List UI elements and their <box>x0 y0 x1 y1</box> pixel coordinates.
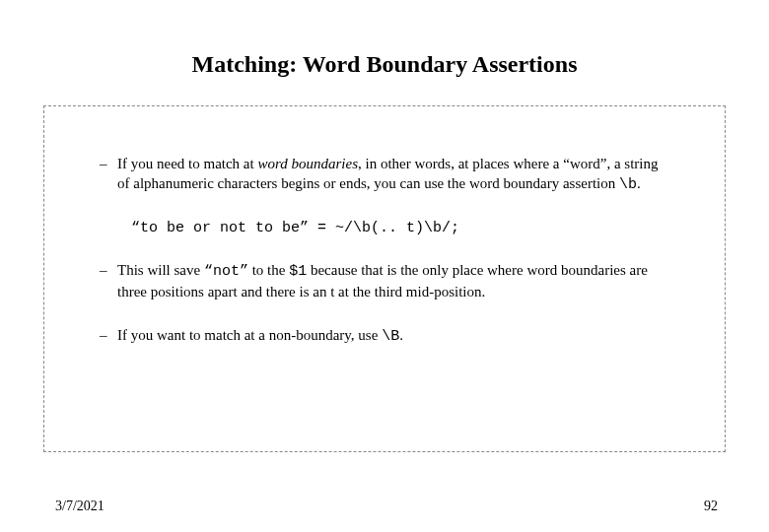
bullet-text-3: If you want to match at a non-boundary, … <box>117 325 665 347</box>
bullet-item-2: – This will save “not” to the $1 because… <box>104 260 665 302</box>
footer: 3/7/2021 92 <box>0 499 769 514</box>
b2-mid1: to the <box>248 262 289 278</box>
b2-pre: This will save <box>117 262 204 278</box>
b1-italic: word boundaries <box>257 156 358 171</box>
bullet-item-3: – If you want to match at a non-boundary… <box>104 325 665 347</box>
code-example: “to be or not to be” = ~/\b(.. t)\b/; <box>131 220 665 236</box>
bullet-text-2: This will save “not” to the $1 because t… <box>117 260 665 302</box>
slide-title: Matching: Word Boundary Assertions <box>0 51 769 78</box>
footer-page: 92 <box>704 499 718 514</box>
bullet-dash: – <box>100 260 117 280</box>
bullet-dash: – <box>100 154 117 173</box>
content-box: – If you need to match at word boundarie… <box>43 105 726 452</box>
b1-pre: If you need to match at <box>117 156 257 171</box>
b2-code2: $1 <box>289 263 307 280</box>
b1-code: \b <box>619 176 637 193</box>
bullet-dash: – <box>100 325 117 345</box>
b1-post: . <box>637 175 641 191</box>
footer-date: 3/7/2021 <box>55 499 105 514</box>
b3-post: . <box>399 327 403 343</box>
b2-code1: “not” <box>204 263 248 280</box>
b3-code: \B <box>382 328 399 345</box>
b3-pre: If you want to match at a non-boundary, … <box>117 327 382 343</box>
slide: Matching: Word Boundary Assertions – If … <box>0 0 769 532</box>
bullet-item-1: – If you need to match at word boundarie… <box>104 154 665 196</box>
bullet-text-1: If you need to match at word boundaries,… <box>117 154 665 196</box>
